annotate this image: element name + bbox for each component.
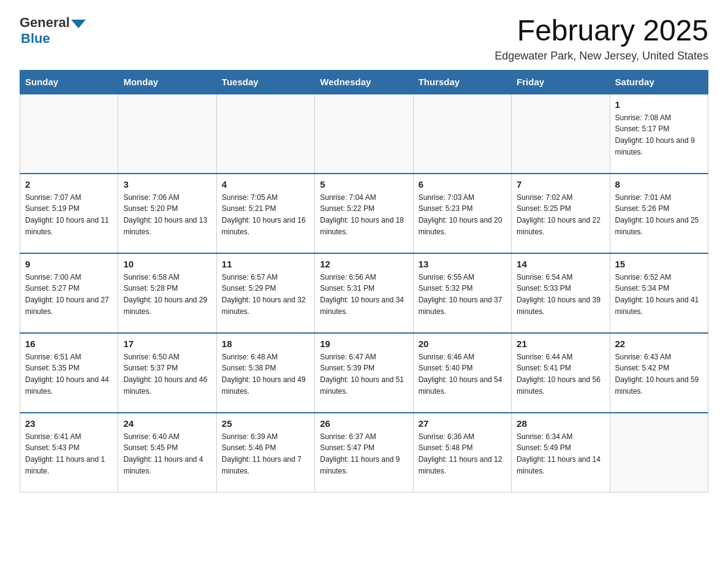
column-header-saturday: Saturday [610,70,708,94]
calendar-cell: 10Sunrise: 6:58 AM Sunset: 5:28 PM Dayli… [118,253,216,333]
calendar-cell: 17Sunrise: 6:50 AM Sunset: 5:37 PM Dayli… [118,333,216,413]
calendar-cell: 26Sunrise: 6:37 AM Sunset: 5:47 PM Dayli… [315,413,413,492]
day-info: Sunrise: 6:34 AM Sunset: 5:49 PM Dayligh… [517,431,604,477]
day-number: 26 [320,418,408,429]
calendar-cell: 27Sunrise: 6:36 AM Sunset: 5:48 PM Dayli… [413,413,511,492]
column-header-tuesday: Tuesday [216,70,314,94]
calendar-week-row: 9Sunrise: 7:00 AM Sunset: 5:27 PM Daylig… [20,253,708,333]
calendar-cell [512,94,610,174]
calendar-cell: 6Sunrise: 7:03 AM Sunset: 5:23 PM Daylig… [413,174,511,253]
calendar-cell: 4Sunrise: 7:05 AM Sunset: 5:21 PM Daylig… [216,174,314,253]
calendar-cell: 19Sunrise: 6:47 AM Sunset: 5:39 PM Dayli… [315,333,413,413]
calendar-cell: 1Sunrise: 7:08 AM Sunset: 5:17 PM Daylig… [610,94,708,174]
day-number: 16 [25,339,113,349]
calendar-subtitle: Edgewater Park, New Jersey, United State… [495,50,708,63]
day-info: Sunrise: 7:01 AM Sunset: 5:26 PM Dayligh… [615,192,703,237]
day-number: 20 [419,339,506,349]
day-number: 25 [222,418,309,429]
day-number: 22 [615,339,703,349]
column-header-sunday: Sunday [20,70,118,94]
calendar-cell: 5Sunrise: 7:04 AM Sunset: 5:22 PM Daylig… [315,174,413,253]
title-block: February 2025 Edgewater Park, New Jersey… [495,15,708,63]
calendar-cell: 21Sunrise: 6:44 AM Sunset: 5:41 PM Dayli… [512,333,610,413]
day-info: Sunrise: 6:37 AM Sunset: 5:47 PM Dayligh… [320,431,408,477]
day-info: Sunrise: 7:04 AM Sunset: 5:22 PM Dayligh… [320,192,408,237]
calendar-cell [610,413,708,492]
calendar-table: SundayMondayTuesdayWednesdayThursdayFrid… [20,70,708,493]
calendar-cell: 20Sunrise: 6:46 AM Sunset: 5:40 PM Dayli… [413,333,511,413]
calendar-cell: 2Sunrise: 7:07 AM Sunset: 5:19 PM Daylig… [20,174,118,253]
day-number: 8 [615,179,703,190]
logo: General Blue [20,15,86,47]
day-info: Sunrise: 6:50 AM Sunset: 5:37 PM Dayligh… [123,351,211,397]
day-number: 4 [222,179,309,190]
calendar-week-row: 1Sunrise: 7:08 AM Sunset: 5:17 PM Daylig… [20,94,708,174]
day-number: 5 [320,179,408,190]
day-number: 27 [419,418,506,429]
calendar-title: February 2025 [495,15,708,47]
calendar-cell [20,94,118,174]
day-number: 28 [517,418,604,429]
day-number: 11 [222,259,309,269]
calendar-cell: 7Sunrise: 7:02 AM Sunset: 5:25 PM Daylig… [512,174,610,253]
day-number: 19 [320,339,408,349]
calendar-cell: 8Sunrise: 7:01 AM Sunset: 5:26 PM Daylig… [610,174,708,253]
calendar-cell: 11Sunrise: 6:57 AM Sunset: 5:29 PM Dayli… [216,253,314,333]
day-info: Sunrise: 6:54 AM Sunset: 5:33 PM Dayligh… [517,272,604,317]
day-info: Sunrise: 6:51 AM Sunset: 5:35 PM Dayligh… [25,351,113,397]
day-number: 18 [222,339,309,349]
day-info: Sunrise: 7:06 AM Sunset: 5:20 PM Dayligh… [123,192,211,237]
calendar-cell: 13Sunrise: 6:55 AM Sunset: 5:32 PM Dayli… [413,253,511,333]
calendar-cell: 24Sunrise: 6:40 AM Sunset: 5:45 PM Dayli… [118,413,216,492]
column-header-thursday: Thursday [413,70,511,94]
calendar-cell: 28Sunrise: 6:34 AM Sunset: 5:49 PM Dayli… [512,413,610,492]
day-info: Sunrise: 7:07 AM Sunset: 5:19 PM Dayligh… [25,192,113,237]
day-info: Sunrise: 6:52 AM Sunset: 5:34 PM Dayligh… [615,272,703,317]
calendar-cell [216,94,314,174]
day-number: 3 [123,179,211,190]
logo-arrow-icon [71,20,86,28]
day-info: Sunrise: 6:43 AM Sunset: 5:42 PM Dayligh… [615,351,703,397]
calendar-week-row: 23Sunrise: 6:41 AM Sunset: 5:43 PM Dayli… [20,413,708,492]
day-info: Sunrise: 7:08 AM Sunset: 5:17 PM Dayligh… [615,112,703,158]
calendar-cell [118,94,216,174]
calendar-cell [413,94,511,174]
column-header-monday: Monday [118,70,216,94]
calendar-cell: 16Sunrise: 6:51 AM Sunset: 5:35 PM Dayli… [20,333,118,413]
calendar-week-row: 2Sunrise: 7:07 AM Sunset: 5:19 PM Daylig… [20,174,708,253]
logo-text-general: General [20,15,70,31]
page-header: General Blue February 2025 Edgewater Par… [20,15,708,63]
day-number: 12 [320,259,408,269]
calendar-cell: 22Sunrise: 6:43 AM Sunset: 5:42 PM Dayli… [610,333,708,413]
day-number: 7 [517,179,604,190]
column-header-friday: Friday [512,70,610,94]
day-info: Sunrise: 6:55 AM Sunset: 5:32 PM Dayligh… [419,272,506,317]
calendar-cell: 3Sunrise: 7:06 AM Sunset: 5:20 PM Daylig… [118,174,216,253]
day-info: Sunrise: 6:56 AM Sunset: 5:31 PM Dayligh… [320,272,408,317]
day-info: Sunrise: 6:44 AM Sunset: 5:41 PM Dayligh… [517,351,604,397]
calendar-cell: 25Sunrise: 6:39 AM Sunset: 5:46 PM Dayli… [216,413,314,492]
calendar-cell: 14Sunrise: 6:54 AM Sunset: 5:33 PM Dayli… [512,253,610,333]
day-info: Sunrise: 7:02 AM Sunset: 5:25 PM Dayligh… [517,192,604,237]
day-info: Sunrise: 7:05 AM Sunset: 5:21 PM Dayligh… [222,192,309,237]
day-number: 13 [419,259,506,269]
calendar-cell: 18Sunrise: 6:48 AM Sunset: 5:38 PM Dayli… [216,333,314,413]
day-number: 1 [615,99,703,110]
day-number: 6 [419,179,506,190]
day-number: 2 [25,179,113,190]
calendar-header-row: SundayMondayTuesdayWednesdayThursdayFrid… [20,70,708,94]
day-info: Sunrise: 6:39 AM Sunset: 5:46 PM Dayligh… [222,431,309,477]
day-number: 21 [517,339,604,349]
calendar-cell: 23Sunrise: 6:41 AM Sunset: 5:43 PM Dayli… [20,413,118,492]
day-info: Sunrise: 6:40 AM Sunset: 5:45 PM Dayligh… [123,431,211,477]
day-info: Sunrise: 6:58 AM Sunset: 5:28 PM Dayligh… [123,272,211,317]
day-number: 24 [123,418,211,429]
day-info: Sunrise: 6:57 AM Sunset: 5:29 PM Dayligh… [222,272,309,317]
day-info: Sunrise: 7:03 AM Sunset: 5:23 PM Dayligh… [419,192,506,237]
day-number: 15 [615,259,703,269]
day-number: 10 [123,259,211,269]
day-info: Sunrise: 6:36 AM Sunset: 5:48 PM Dayligh… [419,431,506,477]
calendar-cell [315,94,413,174]
day-info: Sunrise: 6:48 AM Sunset: 5:38 PM Dayligh… [222,351,309,397]
day-info: Sunrise: 6:46 AM Sunset: 5:40 PM Dayligh… [419,351,506,397]
